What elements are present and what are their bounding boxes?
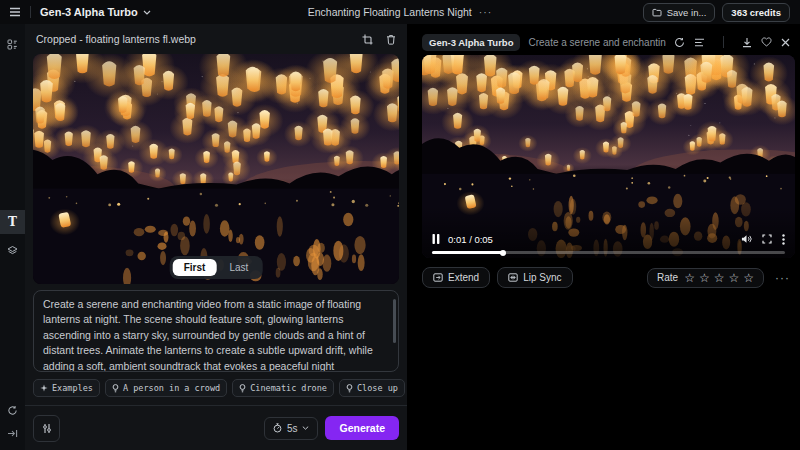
video-controls-right — [741, 234, 785, 245]
playback-time: 0:01 / 0:05 — [448, 234, 493, 245]
keyframe-first-button[interactable]: First — [173, 259, 217, 276]
chip-label: Cinematic drone — [250, 383, 327, 393]
suggestion-chip-drone[interactable]: Cinematic drone — [232, 379, 334, 397]
input-image-filename: Cropped - floating lanterns fl.webp — [36, 33, 196, 45]
tool-sidebar: T — [0, 24, 25, 450]
video-player[interactable]: 0:01 / 0:05 — [422, 55, 795, 258]
generation-actions — [674, 36, 790, 48]
chevron-down-icon — [302, 426, 309, 430]
model-selector-label: Gen-3 Alpha Turbo — [40, 6, 138, 18]
assets-grid-icon[interactable] — [0, 32, 25, 56]
stopwatch-icon — [273, 423, 282, 433]
folder-icon — [652, 8, 662, 17]
output-panel: Gen-3 Alpha Turbo Create a serene and en… — [407, 24, 800, 450]
generate-button[interactable]: Generate — [325, 416, 399, 440]
sparkle-icon — [40, 384, 48, 392]
rate-star-2[interactable]: ☆ — [699, 272, 710, 284]
keyframe-last-button[interactable]: Last — [218, 259, 259, 276]
duration-dropdown[interactable]: 5s — [264, 417, 319, 440]
volume-icon[interactable] — [741, 234, 752, 244]
pause-button[interactable] — [432, 234, 440, 244]
reuse-settings-icon[interactable] — [674, 37, 685, 48]
rate-label: Rate — [657, 272, 678, 283]
download-icon[interactable] — [742, 37, 752, 48]
lip-sync-button[interactable]: Lip Sync — [497, 267, 572, 288]
lantern-image — [33, 54, 399, 284]
rate-star-3[interactable]: ☆ — [714, 272, 725, 284]
prompt-text: Create a serene and enchanting video fro… — [43, 298, 373, 372]
chip-label: A person in a crowd — [123, 383, 220, 393]
input-image[interactable]: First Last — [33, 54, 399, 284]
generate-bar: 5s Generate — [25, 405, 407, 450]
chip-label: Close up — [357, 383, 398, 393]
topbar-right: Save in... 363 credits — [643, 3, 800, 22]
video-controls: 0:01 / 0:05 — [422, 229, 795, 249]
chip-label: Examples — [52, 383, 93, 393]
bulb-icon — [346, 384, 353, 393]
crop-icon[interactable] — [362, 34, 373, 45]
keyframe-toggle: First Last — [170, 256, 263, 279]
document-title-menu[interactable]: ··· — [479, 6, 493, 18]
suggestion-chips: Examples A person in a crowd Cinematic d… — [33, 379, 399, 397]
bulb-icon — [239, 384, 246, 393]
prompt-scrollbar[interactable] — [393, 299, 396, 343]
rate-widget: Rate ☆ ☆ ☆ ☆ ☆ — [647, 268, 764, 288]
history-icon[interactable] — [0, 398, 25, 422]
model-selector[interactable]: Gen-3 Alpha Turbo — [40, 6, 151, 18]
output-actions: Extend Lip Sync Rate ☆ ☆ ☆ ☆ ☆ ··· — [422, 267, 790, 288]
text-tool-glyph: T — [8, 215, 17, 229]
input-panel: Cropped - floating lanterns fl.webp Firs… — [25, 24, 407, 450]
file-row: Cropped - floating lanterns fl.webp — [25, 24, 407, 54]
bulb-icon — [112, 384, 119, 393]
rate-star-4[interactable]: ☆ — [728, 272, 739, 284]
topbar-divider — [30, 6, 31, 18]
settings-button[interactable] — [33, 415, 60, 442]
suggestion-chip-closeup[interactable]: Close up — [339, 379, 405, 397]
model-tag[interactable]: Gen-3 Alpha Turbo — [422, 34, 520, 51]
details-list-icon[interactable] — [694, 38, 705, 47]
close-icon[interactable] — [781, 38, 790, 47]
generate-controls: 5s Generate — [264, 416, 399, 440]
examples-chip[interactable]: Examples — [33, 379, 100, 397]
top-bar: Gen-3 Alpha Turbo Enchanting Floating La… — [0, 0, 800, 24]
collapse-sidebar-icon[interactable] — [0, 421, 25, 445]
progress-scrubber[interactable] — [500, 250, 506, 256]
generation-header: Gen-3 Alpha Turbo Create a serene and en… — [422, 31, 790, 53]
credits-button[interactable]: 363 credits — [722, 3, 790, 22]
duration-value: 5s — [287, 423, 298, 434]
fullscreen-icon[interactable] — [762, 234, 772, 244]
progress-bar[interactable] — [432, 251, 785, 254]
lip-sync-label: Lip Sync — [523, 272, 561, 283]
trash-icon[interactable] — [386, 34, 396, 45]
hamburger-menu-icon[interactable] — [9, 7, 21, 17]
generation-prompt-preview: Create a serene and enchanting video fro… — [528, 37, 666, 48]
suggestion-chip-crowd[interactable]: A person in a crowd — [105, 379, 227, 397]
rate-star-5[interactable]: ☆ — [743, 272, 754, 284]
chevron-down-icon — [143, 10, 151, 15]
file-actions — [362, 34, 396, 45]
favorite-heart-icon[interactable] — [761, 37, 772, 47]
header-divider — [723, 36, 724, 48]
sliders-icon — [42, 423, 52, 434]
extend-button[interactable]: Extend — [422, 267, 490, 288]
text-tool[interactable]: T — [0, 210, 25, 234]
extend-label: Extend — [448, 272, 479, 283]
save-in-label: Save in... — [667, 7, 707, 18]
credits-label: 363 credits — [731, 7, 781, 18]
lip-sync-icon — [508, 273, 518, 282]
progress-fill — [432, 251, 503, 254]
more-actions-menu[interactable]: ··· — [775, 271, 790, 285]
document-title: Enchanting Floating Lanterns Night ··· — [308, 6, 493, 18]
extend-icon — [433, 273, 443, 282]
rate-star-1[interactable]: ☆ — [684, 272, 695, 284]
document-title-text: Enchanting Floating Lanterns Night — [308, 6, 472, 18]
prompt-textarea[interactable]: Create a serene and enchanting video fro… — [33, 290, 399, 372]
layers-icon[interactable] — [0, 238, 25, 262]
save-in-button[interactable]: Save in... — [643, 3, 716, 22]
kebab-menu-icon[interactable] — [782, 234, 785, 245]
